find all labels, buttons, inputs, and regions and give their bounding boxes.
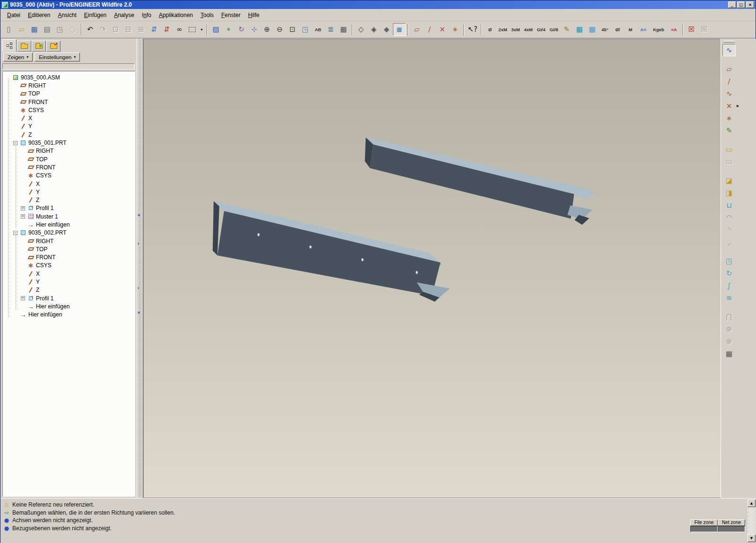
view-manager-button[interactable]: ▦ [337,23,350,36]
tree-item[interactable]: Y [3,123,135,131]
expand-box[interactable]: + [21,214,25,219]
collapse-box[interactable]: − [13,231,17,235]
tree-item[interactable]: Z [3,286,135,294]
tree-item[interactable]: TOP [3,155,135,163]
shell-tool-button[interactable]: ◠ [722,211,736,224]
splitter-chevron-icon[interactable]: « [138,310,140,315]
dim-2xm-button[interactable]: 2xM [496,23,509,36]
menu-editieren[interactable]: Editieren [24,10,54,20]
round-tool-button[interactable]: ◝ [722,224,736,236]
menu-applikationen[interactable]: Applikationen [155,10,197,20]
tree-item[interactable]: ∗CSYS [3,172,135,180]
connections-tab[interactable] [46,41,61,52]
splitter-chevron-icon[interactable]: › [138,241,139,246]
dim-3xm-button[interactable]: 3xM [509,23,522,36]
flyout-arrow-icon[interactable]: ▶ [737,104,739,108]
layers-button[interactable]: ≣ [324,23,337,36]
favorites-tab[interactable] [32,41,46,52]
tree-item[interactable]: RIGHT [3,81,135,89]
close-window-button[interactable]: ☒ [685,23,698,36]
create-component-button[interactable]: ◨ [722,187,736,199]
tree-item[interactable]: 9035_000.ASM [3,73,135,81]
tree-item[interactable]: TOP [3,245,135,253]
shaded-button[interactable]: ◼ [393,23,406,36]
tree-item[interactable]: X [3,270,135,278]
zoom-out-button[interactable]: ⊖ [273,23,286,36]
delete-old-versions-button[interactable]: ◳ [53,23,66,36]
print-button[interactable]: ▤ [41,23,53,36]
surface-copy-button[interactable]: ▭ [722,143,736,156]
selection-filter-dropdown[interactable]: ▾ [199,23,205,36]
tree-item[interactable]: ∗CSYS [3,106,135,114]
message-scrollbar[interactable]: ▲ ▼ [747,499,756,543]
menu-fenster[interactable]: Fenster [217,10,244,20]
menu-info[interactable]: Info [138,10,155,20]
expand-box[interactable]: + [21,296,25,300]
text-align-button[interactable]: A≡ [637,23,650,36]
hidden-line-button[interactable]: ◈ [367,23,380,36]
datum-plane-button[interactable]: ▱ [722,63,736,75]
graphics-area[interactable] [143,39,721,498]
menu-einfügen[interactable]: Einfügen [80,10,110,20]
named-views-button[interactable]: AB [312,23,324,36]
revolve-tool-button[interactable]: ↻ [722,267,736,280]
datum-curve-button[interactable]: ∿ [722,88,736,100]
close-button[interactable]: × [746,1,754,8]
red-text-button[interactable]: ≡A [668,23,680,36]
front-beam-part[interactable] [213,201,450,302]
panel-splitter[interactable]: «››« [137,39,143,498]
zoom-in-button[interactable]: ⊕ [261,23,273,36]
tree-item[interactable]: +Profil 1 [3,294,135,302]
regenerate-manager-button[interactable]: ⇵ [160,23,173,36]
kgeb-button[interactable]: Kgeb [650,23,668,36]
save-model-2-button[interactable]: ▦ [586,23,599,36]
dim-gi8-button[interactable]: GI/8 [547,23,560,36]
tree-item[interactable]: X [3,180,135,188]
tree-item[interactable]: RIGHT [3,147,135,155]
menu-ansicht[interactable]: Ansicht [54,10,80,20]
tree-item[interactable]: Y [3,188,135,196]
tree-item[interactable]: FRONT [3,254,135,262]
datum-point-button[interactable]: × [722,100,736,112]
menu-hilfe[interactable]: Hilfe [244,10,263,20]
splitter-chevron-icon[interactable]: « [138,213,140,218]
hole[interactable] [416,271,418,274]
keyboard-input-button[interactable]: ▦ [722,348,736,360]
regenerate-button[interactable]: ⇵ [148,23,160,36]
splitter-chevron-icon[interactable]: › [138,286,139,290]
datum-axis-button[interactable]: ∕ [722,75,736,88]
tree-item[interactable]: −9035_001.PRT [3,139,135,147]
datum-planes-toggle[interactable]: ▱ [410,23,423,36]
dim-diameter-off-button[interactable]: Ø/ [611,23,624,36]
model-tree-tab[interactable] [2,39,17,52]
dim-4xm-button[interactable]: 4xM [522,23,535,36]
pan-zoom-button[interactable]: ⊹ [248,23,261,36]
restore-button[interactable]: ◱ [737,1,745,8]
datum-axes-toggle[interactable]: ∕ [423,23,436,36]
expand-box[interactable]: + [21,206,25,210]
menu-tools[interactable]: Tools [197,10,217,20]
reorient-button[interactable]: ◳ [299,23,312,36]
chamfer-tool-button[interactable]: ◞ [722,236,736,248]
save-model-1-button[interactable]: ▦ [573,23,586,36]
tree-item-insert-here[interactable]: →Hier einfügen [3,302,135,310]
dim-gi4-button[interactable]: GI/4 [535,23,547,36]
scroll-down-icon[interactable]: ▼ [747,534,756,542]
tree-item[interactable]: +Profil 1 [3,204,135,212]
scrollbar-track[interactable] [747,507,756,534]
toolbar-grip[interactable] [723,41,735,43]
save-button[interactable]: ▦ [28,23,41,36]
tree-item[interactable]: X [3,114,135,122]
refit-button[interactable]: ⊡ [286,23,299,36]
rear-beam-part[interactable] [365,138,595,225]
titlebar[interactable]: 9035_000 (Aktiv) - Pro/ENGINEER Wildfire… [0,0,756,9]
menu-analyse[interactable]: Analyse [110,10,138,20]
tree-item[interactable]: FRONT [3,163,135,171]
hole[interactable] [257,233,260,236]
context-help-button[interactable]: ↖? [466,23,479,36]
tree-item[interactable]: Y [3,278,135,286]
tree-item[interactable]: TOP [3,90,135,98]
new-file-button[interactable]: ▯ [2,23,15,36]
tree-item-insert-here[interactable]: →Hier einfügen [3,311,135,319]
datum-csys-button[interactable]: ∗ [722,112,736,124]
